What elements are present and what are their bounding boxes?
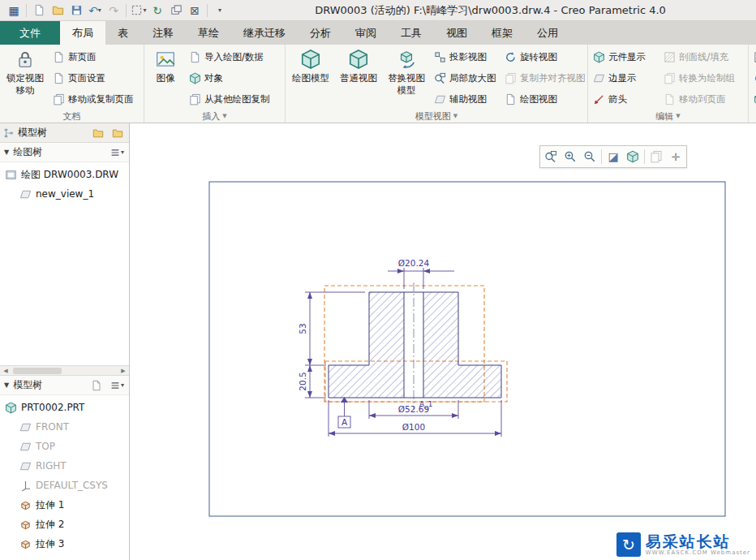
tree-item-extrude-1[interactable]: 拉伸 1: [0, 495, 129, 515]
arrows-button[interactable]: 箭头: [591, 89, 659, 110]
tab-table[interactable]: 表: [105, 21, 140, 45]
datum-display-button[interactable]: ✛: [666, 147, 685, 166]
model-tree-columns-button[interactable]: [88, 377, 105, 393]
tab-sketch[interactable]: 草绘: [186, 21, 231, 45]
dimension-height-53[interactable]: 53: [298, 292, 365, 365]
move-to-sheet-icon: [664, 93, 676, 106]
image-label: 图像: [157, 72, 175, 84]
new-sheet-button[interactable]: 新页面: [50, 47, 141, 67]
edge-display-label: 边显示: [608, 72, 637, 84]
tab-file[interactable]: 文件: [0, 21, 60, 45]
dimension-hole-diameter[interactable]: Ø20.24: [388, 258, 454, 289]
auxiliary-view-button[interactable]: 辅助视图: [432, 89, 500, 110]
tab-framework[interactable]: 框架: [479, 21, 525, 45]
tab-common[interactable]: 公用: [525, 21, 570, 45]
new-file-button[interactable]: [30, 2, 48, 19]
drawing-models-button[interactable]: 绘图模型: [288, 46, 333, 110]
scroll-left-icon[interactable]: ◀: [0, 368, 11, 374]
drawing-canvas[interactable]: Ø20.24 53 20.5 Ø52.6: [130, 123, 756, 560]
drawing-tree-hscrollbar[interactable]: ◀ ▶: [0, 365, 129, 376]
tree-folder-button[interactable]: [90, 125, 106, 140]
erase-view-button[interactable]: 拭: [751, 47, 756, 67]
tab-analysis[interactable]: 分析: [298, 21, 343, 45]
tab-layout[interactable]: 布局: [60, 21, 105, 45]
lock-icon: [15, 49, 36, 70]
model-tree-collapse-icon[interactable]: ▼: [4, 381, 9, 389]
detailed-view-button[interactable]: 局部放大图: [432, 68, 500, 88]
tree-item-front[interactable]: FRONT: [0, 417, 129, 437]
zoom-selected-button[interactable]: [541, 147, 561, 166]
tree-item-new-view-1[interactable]: new_view_1: [0, 184, 129, 204]
display-style-button[interactable]: ◪: [604, 147, 623, 166]
scroll-track[interactable]: [11, 366, 118, 375]
replace-view-model-button[interactable]: 替换视图 模型: [384, 46, 429, 110]
redo-button[interactable]: ↷: [105, 2, 122, 19]
group-label-edit[interactable]: 编辑▼: [591, 110, 745, 123]
tab-annotate[interactable]: 注释: [140, 21, 186, 45]
zoom-out-button[interactable]: [580, 147, 599, 166]
image-button[interactable]: 图像: [147, 46, 184, 110]
open-file-button[interactable]: [49, 2, 67, 19]
separator: [601, 149, 602, 164]
edge-display-button[interactable]: 边显示: [591, 68, 659, 88]
tree-item-extrude-2[interactable]: 拉伸 2: [0, 515, 129, 534]
copy-from-other-drawing-button[interactable]: 从其他绘图复制: [187, 89, 282, 110]
app-menu-button[interactable]: ▦: [5, 2, 23, 19]
import-drawing-data-button[interactable]: 导入绘图/数据: [187, 47, 282, 67]
tab-tools[interactable]: 工具: [389, 21, 434, 45]
drawing-view-icon: [505, 93, 517, 106]
qat-customize-button[interactable]: ▾: [211, 2, 229, 19]
section-label[interactable]: A_1: [419, 400, 432, 408]
tree-item-extrude-3[interactable]: 拉伸 3: [0, 534, 129, 554]
zoom-in-button[interactable]: [561, 147, 580, 166]
dimension-flange-height[interactable]: 20.5: [298, 365, 326, 398]
model-tree: PRT0002.PRT FRONT TOP RIGHT DEFAULT_CSYS…: [0, 395, 129, 560]
lock-view-movement-button[interactable]: 锁定视图 移动: [2, 46, 48, 110]
projection-view-button[interactable]: 投影视图: [432, 47, 500, 67]
move-copy-sheet-button[interactable]: 移动或复制页面: [50, 89, 141, 110]
extrude-icon: [19, 499, 32, 511]
regenerate-button[interactable]: ↻: [148, 2, 166, 19]
part-icon: [5, 402, 17, 414]
tree-item-label: 绘图 DRW0003.DRW: [21, 168, 118, 182]
general-view-button[interactable]: 普通视图: [336, 46, 381, 110]
component-display-button[interactable]: 元件显示: [591, 47, 659, 67]
extrude-icon: [19, 538, 32, 550]
scroll-thumb[interactable]: [13, 368, 62, 374]
resume-view-button[interactable]: 恢: [751, 68, 756, 88]
display-button[interactable]: 显: [751, 89, 756, 110]
tab-review[interactable]: 审阅: [343, 21, 389, 45]
tree-item-part[interactable]: PRT0002.PRT: [0, 398, 129, 417]
tab-legacy-migration[interactable]: 继承迁移: [231, 21, 298, 45]
watermark-subtext: WWW.EASCK.COM Webmaster: [646, 549, 750, 556]
drawing-tree-header[interactable]: ▼ 绘图树 ▾: [0, 143, 129, 162]
windows-button[interactable]: [167, 2, 185, 19]
page-setup-button[interactable]: 页面设置: [50, 68, 141, 88]
import-label: 导入绘图/数据: [204, 51, 264, 63]
view-gallery-button[interactable]: [646, 147, 666, 166]
folder-icon: [92, 127, 104, 139]
tree-item-top[interactable]: TOP: [0, 437, 129, 456]
scroll-right-icon[interactable]: ▶: [118, 368, 129, 374]
drawing-tree-settings-button[interactable]: ▾: [109, 144, 125, 160]
rotated-view-button[interactable]: 旋转视图: [502, 47, 585, 67]
drawing-view-button[interactable]: 绘图视图: [502, 89, 585, 110]
undo-button[interactable]: ↶▾: [86, 2, 104, 19]
drawing-view[interactable]: Ø20.24 53 20.5 Ø52.6: [298, 258, 507, 437]
hatching-icon: [664, 51, 676, 63]
tab-view[interactable]: 视图: [434, 21, 479, 45]
group-label-model-views[interactable]: 模型视图▼: [288, 110, 585, 123]
tree-folder-add-button[interactable]: [110, 125, 126, 140]
close-window-button[interactable]: ⊠: [186, 2, 204, 19]
save-button[interactable]: [67, 2, 85, 19]
group-label-insert[interactable]: 插入▼: [147, 110, 282, 123]
saved-orientations-button[interactable]: [623, 147, 642, 166]
tree-item-right[interactable]: RIGHT: [0, 456, 129, 476]
selection-mode-button[interactable]: ▾: [130, 2, 148, 19]
object-button[interactable]: 对象: [187, 68, 282, 88]
model-tree-header[interactable]: ▼ 模型树 ▾: [0, 376, 129, 395]
tree-item-drawing[interactable]: 绘图 DRW0003.DRW: [0, 165, 129, 184]
model-tree-filter-button[interactable]: ▾: [109, 377, 125, 393]
tree-item-default-csys[interactable]: DEFAULT_CSYS: [0, 476, 129, 495]
drawing-tree-collapse-icon[interactable]: ▼: [4, 149, 9, 156]
